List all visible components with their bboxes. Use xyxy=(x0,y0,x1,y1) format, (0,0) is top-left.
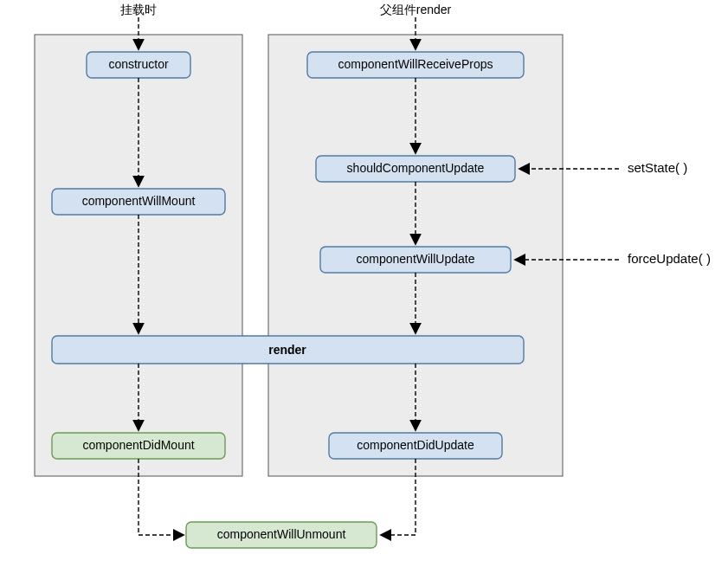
render-label: render xyxy=(268,343,306,357)
constructor-label: constructor xyxy=(108,57,169,71)
mount-header: 挂载时 xyxy=(120,3,157,16)
update-header: 父组件render xyxy=(380,3,452,16)
component-will-mount-label: componentWillMount xyxy=(82,194,196,208)
component-will-unmount-label: componentWillUnmount xyxy=(217,527,346,541)
should-component-update-label: shouldComponentUpdate xyxy=(347,161,485,175)
component-did-update-label: componentDidUpdate xyxy=(357,438,474,452)
component-will-receive-props-label: componentWillReceiveProps xyxy=(338,57,493,71)
component-will-update-label: componentWillUpdate xyxy=(357,252,475,266)
component-did-mount-label: componentDidMount xyxy=(82,438,194,452)
forceupdate-label: forceUpdate( ) xyxy=(628,251,711,266)
setstate-label: setState( ) xyxy=(628,160,687,175)
lifecycle-diagram: 挂载时 父组件render constructor componentWillM… xyxy=(0,0,728,580)
